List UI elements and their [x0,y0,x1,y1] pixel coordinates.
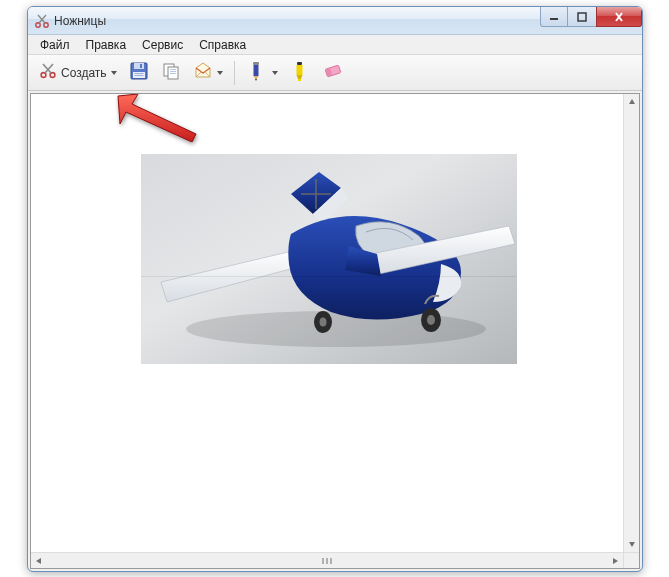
menubar: Файл Правка Сервис Справка [28,35,642,55]
scroll-corner [623,552,639,568]
canvas[interactable] [31,94,623,552]
svg-point-28 [186,311,486,347]
svg-marker-23 [296,75,302,79]
svg-marker-42 [36,558,41,564]
app-window: Ножницы Файл Правка Сервис Справка [27,6,643,572]
chevron-down-icon [272,71,278,75]
svg-rect-15 [170,71,176,72]
minimize-button[interactable] [540,7,568,27]
close-button[interactable] [596,7,642,27]
scroll-down-icon[interactable] [624,536,640,552]
svg-marker-43 [613,558,618,564]
menu-file[interactable]: Файл [32,36,78,54]
vertical-scrollbar[interactable] [623,94,639,552]
pen-icon [246,60,268,85]
svg-point-37 [320,318,327,327]
svg-rect-3 [578,13,586,21]
scrollbar-grip-icon [307,556,347,566]
scissors-icon [39,62,57,83]
screenshot-image [141,154,517,364]
save-button[interactable] [124,59,154,87]
svg-rect-17 [253,62,259,65]
svg-rect-21 [297,62,302,65]
chevron-down-icon [217,71,223,75]
svg-point-5 [50,73,55,78]
copy-icon [161,61,181,84]
new-button[interactable]: Создать [34,59,122,87]
svg-rect-11 [134,75,143,76]
scissors-icon [34,13,50,29]
svg-rect-16 [170,73,176,74]
svg-point-35 [427,315,435,325]
toolbar: Создать [28,55,642,91]
svg-marker-40 [629,99,635,104]
scroll-left-icon[interactable] [31,553,47,569]
svg-rect-24 [298,79,301,81]
titlebar[interactable]: Ножницы [28,7,642,35]
content-area [30,93,640,569]
scroll-right-icon[interactable] [607,553,623,569]
copy-button[interactable] [156,59,186,87]
svg-rect-8 [140,64,142,68]
new-button-label: Создать [61,66,107,80]
highlighter-icon [290,60,310,85]
svg-marker-20 [255,79,257,81]
svg-rect-10 [134,73,143,74]
svg-rect-14 [170,69,176,70]
eraser-button[interactable] [317,59,349,87]
svg-marker-41 [629,542,635,547]
svg-rect-7 [134,63,144,69]
send-button[interactable] [188,59,228,87]
maximize-button[interactable] [567,7,597,27]
svg-rect-22 [296,65,302,75]
floppy-icon [129,61,149,84]
pen-button[interactable] [241,59,283,87]
eraser-icon [322,62,344,83]
scroll-up-icon[interactable] [624,94,640,110]
toolbar-separator [234,61,235,85]
svg-point-0 [36,22,40,26]
window-controls [541,7,642,27]
window-title: Ножницы [54,14,106,28]
svg-rect-2 [550,18,558,20]
menu-service[interactable]: Сервис [134,36,191,54]
svg-rect-18 [253,65,258,76]
chevron-down-icon [111,71,117,75]
menu-help[interactable]: Справка [191,36,254,54]
svg-point-4 [41,73,46,78]
menu-edit[interactable]: Правка [78,36,135,54]
horizontal-scrollbar[interactable] [31,552,623,568]
envelope-icon [193,61,213,84]
highlighter-button[interactable] [285,59,315,87]
svg-point-1 [44,22,48,26]
